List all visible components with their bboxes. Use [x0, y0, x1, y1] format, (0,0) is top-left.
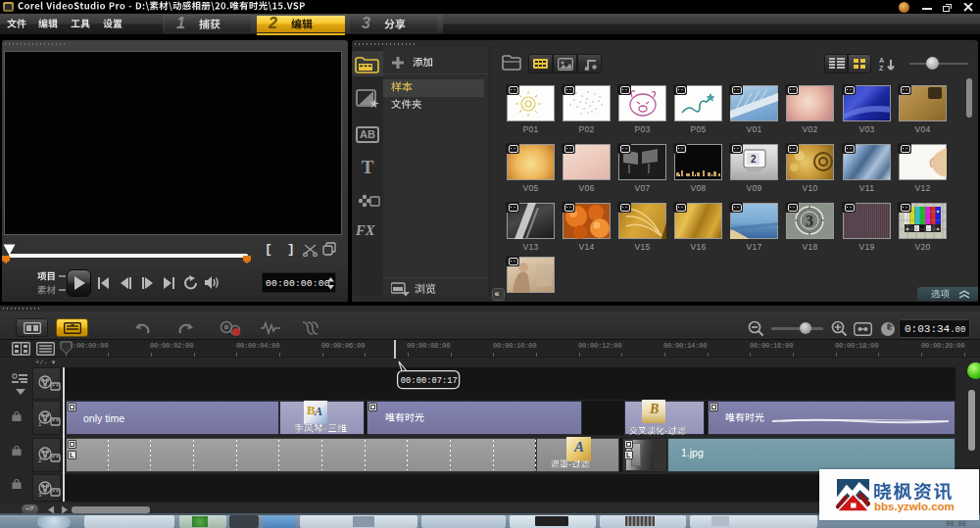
svg-text:2: 2 [751, 154, 757, 165]
svg-text:A: A [879, 57, 884, 64]
svg-text:3: 3 [806, 213, 813, 229]
svg-text:Z: Z [879, 65, 884, 72]
svg-text:00:00:07:17: 00:00:07:17 [401, 376, 458, 386]
